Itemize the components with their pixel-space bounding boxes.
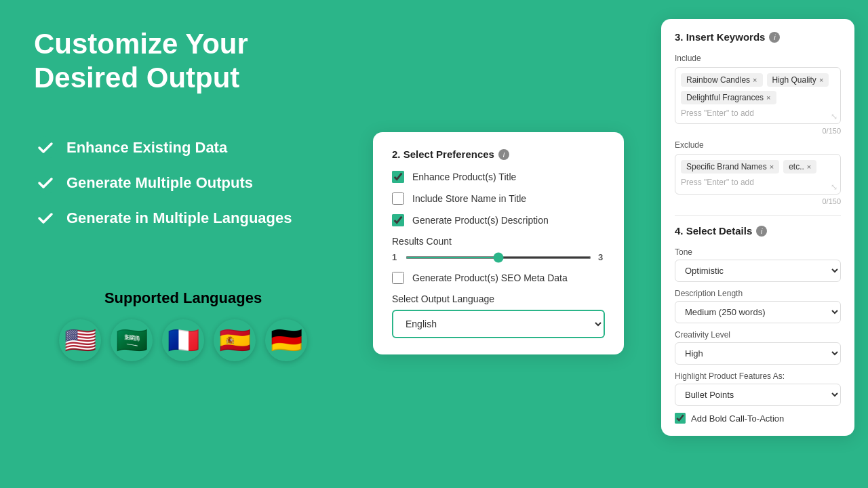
tag-rainbow-candles-close[interactable]: × <box>753 76 757 84</box>
cta-checkbox[interactable] <box>675 413 686 424</box>
include-tags-row: Rainbow Candles × High Quality × Delight… <box>681 73 835 104</box>
exclude-resize-handle: ⤡ <box>831 182 837 192</box>
feature-text-1: Enhance Existing Data <box>66 139 227 157</box>
highlight-row: Highlight Product Features As: Bullet Po… <box>675 371 841 406</box>
keywords-info-icon[interactable]: i <box>769 32 780 43</box>
results-count-section: Results Count 1 3 <box>392 236 605 262</box>
tag-high-quality: High Quality × <box>767 73 829 87</box>
tag-high-quality-close[interactable]: × <box>819 76 823 84</box>
tone-label: Tone <box>675 247 841 257</box>
highlight-select[interactable]: Bullet Points Numbered List Paragraph <box>675 384 841 406</box>
slider-min: 1 <box>392 252 399 262</box>
desc-length-label: Description Length <box>675 289 841 298</box>
select-details-section: 4. Select Details i Tone Optimistic Prof… <box>675 225 841 424</box>
exclude-placeholder: Press "Enter" to add <box>681 178 835 187</box>
include-label: Include <box>675 54 841 63</box>
exclude-tags-area[interactable]: Specific Brand Names × etc.. × Press "En… <box>675 154 841 195</box>
tone-select[interactable]: Optimistic Professional Casual Funny <box>675 260 841 282</box>
checkbox-seo-label: Generate Product(s) SEO Meta Data <box>412 272 568 283</box>
results-count-label: Results Count <box>392 236 605 247</box>
main-title: Customize Your Desired Output <box>34 27 332 96</box>
flag-sa: 🇸🇦 <box>111 319 153 361</box>
flag-es: 🇪🇸 <box>214 319 256 361</box>
creativity-label: Creativity Level <box>675 330 841 340</box>
tag-delightful: Delightful Fragrances × <box>681 91 776 104</box>
checkbox-enhance-title-input[interactable] <box>392 171 404 183</box>
tag-brand-names-text: Specific Brand Names <box>686 162 767 171</box>
slider-max: 3 <box>598 252 605 262</box>
svg-point-1 <box>34 171 57 195</box>
tag-rainbow-candles: Rainbow Candles × <box>681 73 763 87</box>
supported-languages: Supported Languages 🇺🇸 🇸🇦 🇫🇷 🇪🇸 🇩🇪 <box>34 289 332 361</box>
checkbox-description: Generate Product(s) Description <box>392 214 605 226</box>
tag-etc: etc.. × <box>783 160 816 174</box>
feature-item-3: Generate in Multiple Languages <box>34 207 332 230</box>
checkbox-store-name-input[interactable] <box>392 192 404 205</box>
checkbox-seo-input[interactable] <box>392 272 404 284</box>
tag-brand-names: Specific Brand Names × <box>681 160 779 174</box>
include-resize-handle: ⤡ <box>831 112 837 121</box>
desc-length-row: Description Length Short (100 words) Med… <box>675 289 841 323</box>
check-icon-1 <box>34 136 57 159</box>
exclude-label: Exclude <box>675 140 841 150</box>
keywords-section-title: 3. Insert Keywords i <box>675 31 841 43</box>
supported-languages-title: Supported Languages <box>34 289 332 307</box>
checkbox-enhance-title-label: Enhance Product(s) Title <box>412 171 516 182</box>
middle-card: 2. Select Preferences i Enhance Product(… <box>373 132 624 354</box>
include-tags-area[interactable]: Rainbow Candles × High Quality × Delight… <box>675 67 841 124</box>
desc-length-select[interactable]: Short (100 words) Medium (250 words) Lon… <box>675 301 841 323</box>
feature-item-1: Enhance Existing Data <box>34 136 332 159</box>
tag-high-quality-text: High Quality <box>772 75 816 85</box>
details-section-title: 4. Select Details i <box>675 225 841 237</box>
title-line1: Customize Your <box>34 28 248 60</box>
svg-point-2 <box>34 207 57 230</box>
results-count-slider[interactable] <box>406 256 591 259</box>
exclude-tags-row: Specific Brand Names × etc.. × <box>681 160 835 174</box>
flag-us: 🇺🇸 <box>59 319 101 361</box>
tag-brand-names-close[interactable]: × <box>770 163 774 171</box>
flag-fr: 🇫🇷 <box>162 319 204 361</box>
keywords-section: 3. Insert Keywords i Include Rainbow Can… <box>675 31 841 205</box>
flags-row: 🇺🇸 🇸🇦 🇫🇷 🇪🇸 🇩🇪 <box>34 319 332 361</box>
feature-text-2: Generate Multiple Outputs <box>66 174 253 192</box>
cta-label: Add Bold Call-To-Action <box>691 413 784 424</box>
keywords-title-text: 3. Insert Keywords <box>675 31 765 43</box>
checkbox-store-name-label: Include Store Name in Title <box>412 193 526 204</box>
left-panel: Customize Your Desired Output Enhance Ex… <box>0 0 366 488</box>
tag-etc-close[interactable]: × <box>807 163 811 171</box>
cta-row: Add Bold Call-To-Action <box>675 413 841 424</box>
creativity-select[interactable]: Low Medium High <box>675 342 841 365</box>
tag-etc-text: etc.. <box>789 162 804 171</box>
tone-row: Tone Optimistic Professional Casual Funn… <box>675 247 841 282</box>
details-info-icon[interactable]: i <box>756 226 767 237</box>
language-select[interactable]: English Arabic French Spanish German <box>392 310 605 338</box>
tag-rainbow-candles-text: Rainbow Candles <box>686 75 750 85</box>
right-card: 3. Insert Keywords i Include Rainbow Can… <box>661 19 854 436</box>
language-label: Select Output Language <box>392 293 605 304</box>
preferences-section-title: 2. Select Preferences i <box>392 148 605 160</box>
language-section: Select Output Language English Arabic Fr… <box>392 293 605 338</box>
preferences-title-text: 2. Select Preferences <box>392 148 494 160</box>
preferences-info-icon[interactable]: i <box>498 149 509 160</box>
details-title-text: 4. Select Details <box>675 225 752 237</box>
include-placeholder: Press "Enter" to add <box>681 108 835 118</box>
exclude-counter: 0/150 <box>675 197 841 205</box>
section-divider <box>675 215 841 216</box>
title-line2: Desired Output <box>34 62 239 94</box>
svg-point-0 <box>34 136 57 159</box>
checkbox-store-name: Include Store Name in Title <box>392 192 605 205</box>
tag-delightful-close[interactable]: × <box>766 94 770 102</box>
feature-text-3: Generate in Multiple Languages <box>66 209 292 227</box>
checkbox-description-label: Generate Product(s) Description <box>412 215 549 226</box>
checkbox-description-input[interactable] <box>392 214 404 226</box>
checkbox-enhance-title: Enhance Product(s) Title <box>392 171 605 183</box>
include-counter: 0/150 <box>675 127 841 135</box>
check-icon-2 <box>34 171 57 195</box>
checkbox-seo: Generate Product(s) SEO Meta Data <box>392 272 605 284</box>
highlight-label: Highlight Product Features As: <box>675 371 841 381</box>
slider-row: 1 3 <box>392 252 605 262</box>
creativity-row: Creativity Level Low Medium High <box>675 330 841 365</box>
feature-item-2: Generate Multiple Outputs <box>34 171 332 195</box>
tag-delightful-text: Delightful Fragrances <box>686 93 764 102</box>
feature-list: Enhance Existing Data Generate Multiple … <box>34 136 332 242</box>
